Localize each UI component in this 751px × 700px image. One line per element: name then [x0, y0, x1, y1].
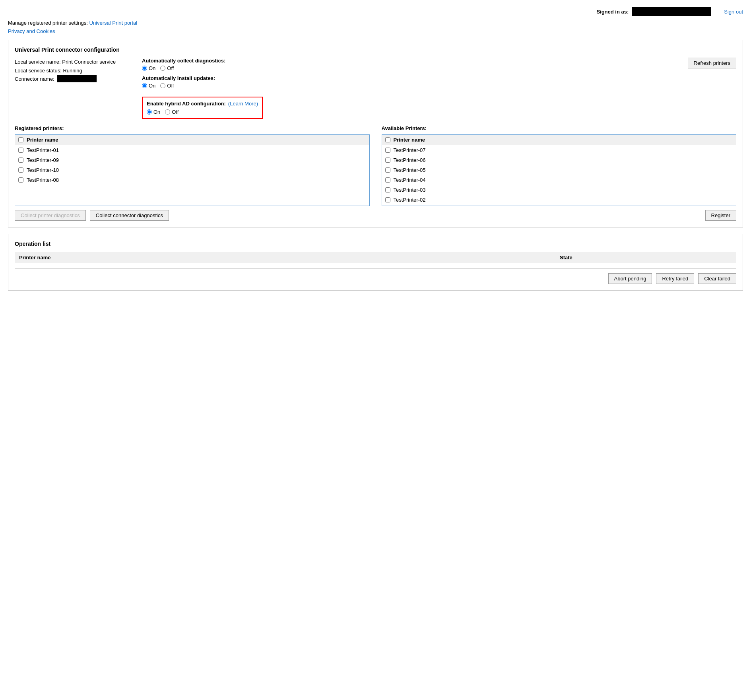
- registered-printer-item[interactable]: TestPrinter-01: [15, 145, 369, 155]
- available-printer-item[interactable]: TestPrinter-06: [382, 155, 736, 165]
- collect-printer-diagnostics-button[interactable]: Collect printer diagnostics: [15, 210, 86, 221]
- registered-printer-checkbox[interactable]: [18, 177, 23, 183]
- available-printers-header-label: Printer name: [394, 137, 425, 143]
- auto-updates-label: Automatically install updates:: [142, 75, 263, 81]
- learn-more-link[interactable]: (Learn More): [228, 101, 258, 107]
- registered-printer-name: TestPrinter-08: [27, 177, 59, 183]
- sign-out-link[interactable]: Sign out: [724, 9, 743, 15]
- hybrid-on-label[interactable]: On: [147, 109, 160, 115]
- connector-config-title: Universal Print connector configuration: [15, 47, 736, 53]
- registered-printer-name: TestPrinter-09: [27, 157, 59, 163]
- registered-printer-name: TestPrinter-01: [27, 147, 59, 153]
- connector-name-label: Connector name:: [15, 76, 54, 82]
- hybrid-ad-label: Enable hybrid AD configuration:: [147, 101, 226, 107]
- registered-printer-checkbox[interactable]: [18, 158, 23, 163]
- auto-updates-off-label[interactable]: Off: [160, 83, 174, 89]
- hybrid-off-radio[interactable]: [165, 109, 170, 115]
- auto-updates-section: Automatically install updates: On Off: [142, 75, 263, 89]
- available-printer-item[interactable]: TestPrinter-04: [382, 175, 736, 185]
- op-table-printer-col-header: Printer name: [15, 252, 556, 263]
- registered-printers-list: Printer name TestPrinter-01TestPrinter-0…: [15, 134, 370, 206]
- universal-print-portal-link[interactable]: Universal Print portal: [89, 20, 138, 26]
- available-printer-name: TestPrinter-03: [394, 187, 426, 193]
- available-printer-item[interactable]: TestPrinter-03: [382, 185, 736, 195]
- available-printer-checkbox[interactable]: [385, 167, 390, 173]
- refresh-printers-button[interactable]: Refresh printers: [688, 58, 736, 68]
- auto-updates-on-radio[interactable]: [142, 83, 147, 88]
- auto-diagnostics-off-label[interactable]: Off: [160, 65, 174, 71]
- hybrid-ad-section: Enable hybrid AD configuration: (Learn M…: [142, 97, 263, 119]
- config-right-panel: Automatically collect diagnostics: On Of…: [142, 58, 736, 119]
- auto-diagnostics-off-radio[interactable]: [160, 66, 165, 71]
- available-printer-checkbox[interactable]: [385, 148, 390, 153]
- collect-connector-diagnostics-button[interactable]: Collect connector diagnostics: [90, 210, 169, 221]
- op-table-empty-state: [556, 263, 736, 268]
- op-table-empty-printer: [15, 263, 556, 268]
- registered-printer-item[interactable]: TestPrinter-09: [15, 155, 369, 165]
- registered-printers-header-label: Printer name: [27, 137, 58, 143]
- available-printer-checkbox[interactable]: [385, 197, 390, 202]
- auto-diagnostics-on-label[interactable]: On: [142, 65, 155, 71]
- hybrid-off-text: Off: [172, 109, 179, 115]
- signed-in-label: Signed in as:: [596, 9, 629, 15]
- auto-updates-off-text: Off: [167, 83, 174, 89]
- registered-printers-title: Registered printers:: [15, 125, 370, 131]
- privacy-cookies-link[interactable]: Privacy and Cookies: [8, 28, 55, 34]
- available-printers-select-all[interactable]: [385, 137, 390, 142]
- available-printer-checkbox[interactable]: [385, 177, 390, 183]
- registered-printer-checkbox[interactable]: [18, 148, 23, 153]
- available-printers-header: Printer name: [382, 135, 736, 145]
- auto-diagnostics-label: Automatically collect diagnostics:: [142, 58, 263, 64]
- auto-diagnostics-on-radio[interactable]: [142, 66, 147, 71]
- local-service-status: Local service status: Running: [15, 66, 126, 75]
- operation-table: Printer name State: [15, 252, 736, 268]
- hybrid-on-radio[interactable]: [147, 109, 152, 115]
- auto-diagnostics-on-text: On: [149, 65, 155, 71]
- available-printer-checkbox[interactable]: [385, 158, 390, 163]
- abort-pending-button[interactable]: Abort pending: [608, 273, 652, 284]
- connector-name-value: [57, 75, 97, 82]
- available-printers-list: Printer name TestPrinter-07TestPrinter-0…: [382, 134, 737, 206]
- printer-action-buttons-row: Collect printer diagnostics Collect conn…: [15, 210, 736, 221]
- op-table-state-col-header: State: [556, 252, 736, 263]
- connector-config-section: Universal Print connector configuration …: [8, 40, 743, 228]
- registered-printers-panel: Registered printers: Printer name TestPr…: [15, 125, 370, 206]
- retry-failed-button[interactable]: Retry failed: [656, 273, 694, 284]
- operation-table-body: [15, 263, 736, 268]
- operation-list-section: Operation list Printer name State Abort …: [8, 234, 743, 291]
- registered-printers-header: Printer name: [15, 135, 369, 145]
- clear-failed-button[interactable]: Clear failed: [698, 273, 736, 284]
- available-printer-item[interactable]: TestPrinter-07: [382, 145, 736, 155]
- local-service-name: Local service name: Print Connector serv…: [15, 58, 126, 66]
- available-printer-item[interactable]: TestPrinter-02: [382, 195, 736, 205]
- available-printer-item[interactable]: TestPrinter-05: [382, 165, 736, 175]
- registered-printer-item[interactable]: TestPrinter-08: [15, 175, 369, 185]
- hybrid-off-label[interactable]: Off: [165, 109, 179, 115]
- auto-updates-on-label[interactable]: On: [142, 83, 155, 89]
- auto-updates-on-text: On: [149, 83, 155, 89]
- available-printer-checkbox[interactable]: [385, 187, 390, 192]
- available-printer-name: TestPrinter-02: [394, 197, 426, 203]
- registered-printer-item[interactable]: TestPrinter-10: [15, 165, 369, 175]
- registered-printer-checkbox[interactable]: [18, 167, 23, 173]
- available-printer-name: TestPrinter-04: [394, 177, 426, 183]
- auto-diagnostics-off-text: Off: [167, 65, 174, 71]
- registered-printers-select-all[interactable]: [18, 137, 23, 142]
- available-printers-title: Available Printers:: [382, 125, 737, 131]
- available-printers-panel: Available Printers: Printer name TestPri…: [382, 125, 737, 206]
- available-printer-name: TestPrinter-05: [394, 167, 426, 173]
- auto-diagnostics-section: Automatically collect diagnostics: On Of…: [142, 58, 263, 71]
- available-printer-name: TestPrinter-06: [394, 157, 426, 163]
- manage-text: Manage registered printer settings:: [8, 20, 88, 26]
- registered-printers-list-body: TestPrinter-01TestPrinter-09TestPrinter-…: [15, 145, 369, 185]
- config-left-panel: Local service name: Print Connector serv…: [15, 58, 126, 119]
- auto-updates-off-radio[interactable]: [160, 83, 165, 88]
- operation-list-title: Operation list: [15, 241, 736, 247]
- register-button[interactable]: Register: [705, 210, 736, 221]
- signed-in-value: [632, 7, 711, 16]
- hybrid-on-text: On: [153, 109, 160, 115]
- registered-printer-name: TestPrinter-10: [27, 167, 59, 173]
- available-printers-list-body: TestPrinter-07TestPrinter-06TestPrinter-…: [382, 145, 736, 205]
- operation-buttons-row: Abort pending Retry failed Clear failed: [15, 273, 736, 284]
- available-printer-name: TestPrinter-07: [394, 147, 426, 153]
